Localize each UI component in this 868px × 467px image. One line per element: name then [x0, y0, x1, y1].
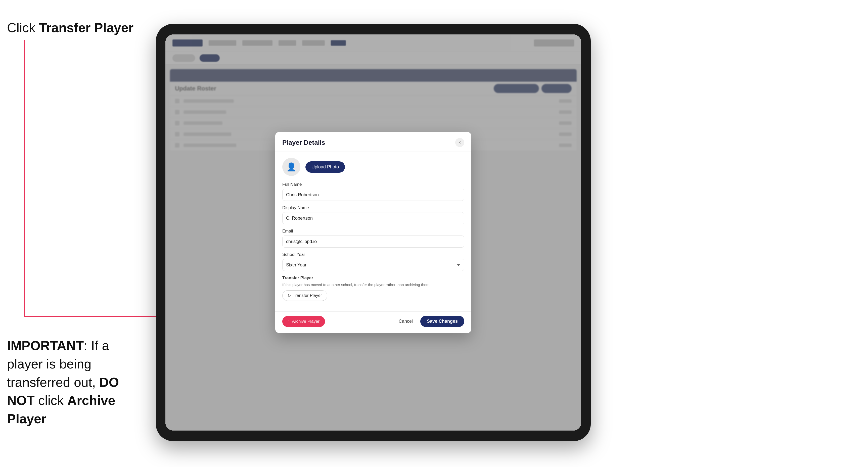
email-input[interactable] [282, 236, 464, 248]
avatar-row: 👤 Upload Photo [282, 158, 464, 176]
transfer-player-btn-label: Transfer Player [293, 293, 322, 298]
instruction-prefix: Click [7, 20, 39, 35]
modal-close-button[interactable]: × [455, 138, 464, 147]
display-name-label: Display Name [282, 205, 464, 210]
email-label: Email [282, 229, 464, 234]
modal-header: Player Details × [275, 132, 471, 152]
important-label: IMPORTANT [7, 338, 84, 353]
archive-icon: ↑ [288, 319, 290, 324]
school-year-group: School Year First Year Second Year Third… [282, 252, 464, 271]
full-name-label: Full Name [282, 182, 464, 187]
full-name-input[interactable] [282, 189, 464, 201]
player-details-modal: Player Details × 👤 Upload Photo Full Nam [275, 132, 471, 333]
save-changes-button[interactable]: Save Changes [420, 316, 464, 327]
instruction-top: Click Transfer Player [7, 20, 133, 35]
transfer-player-button[interactable]: ↻ Transfer Player [282, 290, 327, 301]
modal-footer: ↑ Archive Player Cancel Save Changes [275, 311, 471, 333]
archive-player-button[interactable]: ↑ Archive Player [282, 316, 325, 327]
transfer-icon: ↻ [287, 293, 291, 298]
transfer-player-label: Transfer Player [282, 276, 464, 280]
email-group: Email [282, 229, 464, 248]
cancel-button[interactable]: Cancel [395, 316, 417, 327]
instruction-bottom: IMPORTANT: If a player is being transfer… [7, 337, 148, 428]
upload-photo-button[interactable]: Upload Photo [305, 161, 345, 173]
avatar-icon: 👤 [286, 162, 297, 172]
modal-title: Player Details [282, 139, 325, 147]
transfer-player-description: If this player has moved to another scho… [282, 282, 464, 287]
tablet-screen: Update Roster [165, 34, 581, 431]
modal-overlay: Player Details × 👤 Upload Photo Full Nam [165, 34, 581, 431]
full-name-group: Full Name [282, 182, 464, 201]
school-year-select[interactable]: First Year Second Year Third Year Fourth… [282, 259, 464, 271]
display-name-group: Display Name [282, 205, 464, 224]
modal-body: 👤 Upload Photo Full Name Display Name [275, 152, 471, 311]
transfer-player-section: Transfer Player If this player has moved… [282, 276, 464, 301]
avatar-circle: 👤 [282, 158, 300, 176]
arrow-vertical [24, 40, 25, 317]
instruction-bold: Transfer Player [39, 20, 133, 35]
display-name-input[interactable] [282, 212, 464, 224]
school-year-label: School Year [282, 252, 464, 257]
tablet-device: Update Roster [156, 24, 591, 441]
archive-text: click [35, 393, 67, 408]
archive-btn-label: Archive Player [292, 319, 320, 324]
